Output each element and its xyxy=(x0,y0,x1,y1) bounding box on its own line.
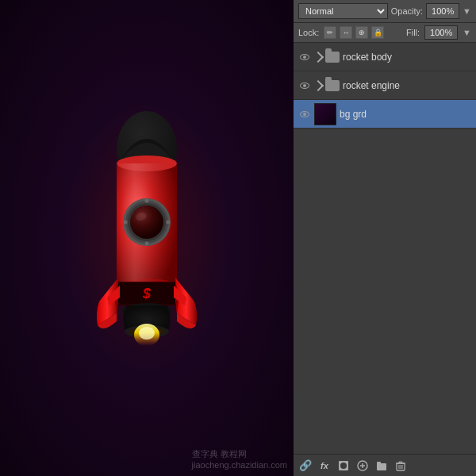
eye-circle xyxy=(300,111,309,117)
layer-name-rocket-body: rocket body xyxy=(343,52,471,63)
svg-rect-26 xyxy=(377,462,381,464)
svg-point-21 xyxy=(139,327,155,340)
rocket-illustration: $ xyxy=(67,95,226,381)
layer-item-rocket-engine[interactable]: rocket engine xyxy=(294,71,476,100)
canvas-area: $ 查字典 xyxy=(0,0,294,476)
visibility-icon-rocket-engine[interactable] xyxy=(298,79,311,92)
lock-position-icon[interactable]: ↔ xyxy=(340,26,352,39)
link-icon[interactable]: 🔗 xyxy=(298,459,313,473)
visibility-icon-rocket-body[interactable] xyxy=(298,51,311,63)
opacity-label: Opacity: xyxy=(391,6,423,16)
layers-list: rocket body rocket engine bg grd xyxy=(294,43,476,454)
lock-icons: ✏ ↔ ⊕ 🔒 xyxy=(324,26,384,39)
fill-arrow[interactable]: ▼ xyxy=(463,28,471,37)
opacity-value[interactable]: 100% xyxy=(426,3,459,19)
expand-arrow-rocket-engine[interactable] xyxy=(313,79,324,90)
layer-name-rocket-engine: rocket engine xyxy=(343,80,471,91)
mask-icon[interactable] xyxy=(336,459,351,473)
svg-point-10 xyxy=(145,199,149,203)
svg-point-11 xyxy=(145,242,149,246)
fill-value[interactable]: 100% xyxy=(424,25,458,40)
svg-rect-25 xyxy=(377,463,386,470)
lock-pixel-icon[interactable]: ✏ xyxy=(324,26,336,39)
new-folder-icon[interactable] xyxy=(374,459,389,473)
expand-arrow-rocket-body[interactable] xyxy=(313,51,324,62)
layer-thumbnail-bg-grd xyxy=(314,103,336,125)
new-adjustment-icon[interactable] xyxy=(355,459,370,473)
lock-all-icon[interactable]: 🔒 xyxy=(371,26,384,39)
fx-icon[interactable]: fx xyxy=(317,459,332,473)
visibility-icon-bg-grd[interactable] xyxy=(298,108,311,121)
svg-point-23 xyxy=(340,463,347,469)
layers-toolbar: 🔗 fx xyxy=(294,454,476,476)
folder-icon-rocket-engine xyxy=(325,80,340,91)
trash-icon[interactable] xyxy=(393,459,408,473)
lock-artboard-icon[interactable]: ⊕ xyxy=(355,26,368,39)
svg-text:$: $ xyxy=(142,286,152,301)
eye-circle xyxy=(300,83,309,89)
fill-label: Fill: xyxy=(406,28,420,37)
lock-label: Lock: xyxy=(298,28,319,37)
svg-point-13 xyxy=(167,221,171,225)
svg-point-12 xyxy=(124,221,128,225)
lock-bar: Lock: ✏ ↔ ⊕ 🔒 Fill: 100% ▼ xyxy=(294,23,476,43)
layer-item-rocket-body[interactable]: rocket body xyxy=(294,43,476,71)
layer-item-bg-grd[interactable]: bg grd xyxy=(294,100,476,129)
folder-icon-rocket-body xyxy=(325,52,340,63)
blend-bar: Normal Opacity: 100% ▼ xyxy=(294,0,476,23)
svg-rect-28 xyxy=(399,462,402,463)
layer-name-bg-grd: bg grd xyxy=(340,109,471,120)
eye-circle xyxy=(300,54,309,60)
svg-point-8 xyxy=(130,205,163,239)
blend-mode-select[interactable]: Normal xyxy=(298,3,388,19)
opacity-arrow[interactable]: ▼ xyxy=(463,6,471,16)
panels-area: Normal Opacity: 100% ▼ Lock: ✏ ↔ ⊕ 🔒 Fil… xyxy=(294,0,476,476)
watermark: 查字典 教程网 jiaocheng.chazidian.com xyxy=(192,448,287,470)
